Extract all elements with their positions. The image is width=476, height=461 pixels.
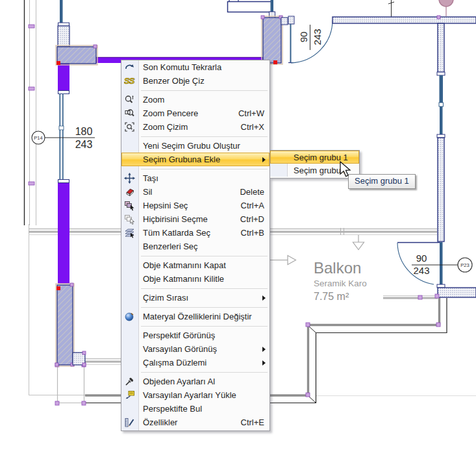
dimension-top-door: 90 243 <box>298 25 323 50</box>
menu-item-zoom-pencere[interactable]: Zoom Pencere Ctrl+W <box>121 106 269 120</box>
menu-separator <box>121 369 269 375</box>
redo-icon <box>124 62 135 73</box>
menu-item-hicbirisini-secme[interactable]: Hiçbirisini Seçme Ctrl+D <box>121 212 269 226</box>
menu-item-zoom-cizim[interactable]: Zoom Çizim Ctrl+X <box>121 120 269 134</box>
menu-item-tasi[interactable]: Taşı <box>121 171 269 185</box>
svg-text:P14: P14 <box>34 135 42 141</box>
svg-text:90: 90 <box>298 32 309 43</box>
zoom-window-icon <box>124 108 135 119</box>
svg-text:243: 243 <box>75 139 93 150</box>
menu-item-secim-grubuna-ekle[interactable]: Seçim Grubuna Ekle <box>121 153 269 166</box>
menu-item-hepsini-sec[interactable]: Hepsini Seç Ctrl+A <box>121 199 269 212</box>
svg-text:243: 243 <box>413 265 429 276</box>
menu-item-benzerleri-sec[interactable]: Benzerleri Seç <box>121 240 269 253</box>
menu-separator <box>121 305 269 310</box>
move-icon <box>124 173 135 184</box>
select-all-icon <box>124 200 135 211</box>
menu-separator <box>121 166 269 171</box>
menu-item-tum-katlarda-sec[interactable]: Tüm Katlarda Seç Ctrl+B <box>121 226 269 240</box>
witness-line <box>388 0 394 18</box>
menu-item-varsayilan-gorunus[interactable]: Varsayılan Görünüş <box>121 342 269 356</box>
bottom-left-bay[interactable] <box>55 363 86 405</box>
properties-icon <box>124 417 135 428</box>
menu-separator <box>121 134 269 139</box>
menu-separator <box>121 253 269 258</box>
svg-text:7.75 m²: 7.75 m² <box>314 291 349 302</box>
submenu-arrow-icon <box>262 157 266 162</box>
window-right[interactable] <box>437 72 445 242</box>
mouse-cursor-icon <box>340 161 354 179</box>
zoom-drawing-icon <box>124 121 135 132</box>
arrow-down-icon <box>353 242 364 250</box>
submenu-arrow-icon <box>262 347 266 352</box>
wall-top-right[interactable] <box>332 0 476 72</box>
context-menu: Son Komutu Tekrarla SS Benzer Obje Çiz Z… <box>121 60 270 431</box>
dimension-right-door: 90 243 <box>413 253 429 276</box>
submenu-arrow-icon <box>262 360 266 366</box>
column-top-center[interactable] <box>261 16 288 64</box>
menu-item-benzer-obje-ciz[interactable]: SS Benzer Obje Çiz <box>121 74 269 88</box>
svg-text:SS: SS <box>124 76 135 86</box>
zoom-icon <box>124 94 135 105</box>
svg-text:180: 180 <box>75 126 93 137</box>
svg-text:243: 243 <box>312 29 323 45</box>
room-label: Balkon Seramik Karo 7.75 m² <box>314 259 367 302</box>
menu-item-zoom[interactable]: Zoom <box>121 93 269 106</box>
arrow-right-icon <box>288 256 296 265</box>
menu-item-calisma-duzlemi[interactable]: Çalışma Düzlemi <box>121 356 269 369</box>
submenu-arrow-icon <box>262 295 266 301</box>
menu-item-obje-katmanini-kapat[interactable]: Obje Katmanını Kapat <box>121 258 269 272</box>
material-sphere-icon <box>124 311 135 322</box>
top-left-wall[interactable] <box>58 0 69 47</box>
eyedropper-icon <box>124 376 135 387</box>
draw-similar-icon: SS <box>124 75 135 86</box>
menu-item-obje-katmanini-kilitle[interactable]: Obje Katmanını Kilitle <box>121 272 269 286</box>
select-all-floors-icon <box>124 227 135 238</box>
left-boundary-lines <box>25 0 36 395</box>
menu-item-objeden-ayarlari-al[interactable]: Objeden Ayarları Al <box>121 375 269 388</box>
svg-text:Balkon: Balkon <box>314 259 361 277</box>
menu-item-materyal-ozelliklerini-degistir[interactable]: Materyal Özelliklerini Değiştir <box>121 310 269 323</box>
menu-separator <box>121 323 269 329</box>
svg-text:Seramik Karo: Seramik Karo <box>314 279 367 288</box>
menu-item-cizim-sirasi[interactable]: Çizim Sırası <box>121 291 269 305</box>
eraser-icon <box>124 186 135 197</box>
tooltip: Seçim grubu 1 <box>348 174 416 189</box>
menu-item-yeni-secim-grubu-olustur[interactable]: Yeni Seçim Grubu Oluştur <box>121 139 269 153</box>
menu-item-ozellikler[interactable]: Özellikler Ctrl+E <box>121 416 269 429</box>
menu-item-perspektifte-bul[interactable]: Perspektifte Bul <box>121 402 269 416</box>
load-defaults-icon <box>124 390 135 401</box>
plant-symbol[interactable] <box>439 0 453 6</box>
column-bottom-left[interactable] <box>55 283 86 366</box>
window-left[interactable] <box>58 91 69 183</box>
svg-text:P23: P23 <box>460 262 469 268</box>
menu-item-varsayilan-ayarlari-yukle[interactable]: Varsayılan Ayarları Yükle <box>121 388 269 402</box>
select-none-icon <box>124 214 135 225</box>
menu-item-perspektif-gorunus[interactable]: Perspektif Görünüş <box>121 329 269 342</box>
menu-item-son-komutu-tekrarla[interactable]: Son Komutu Tekrarla <box>121 60 269 74</box>
menu-separator <box>121 88 269 93</box>
svg-text:90: 90 <box>416 253 427 264</box>
menu-separator <box>121 286 269 291</box>
menu-item-sil[interactable]: Sil Delete <box>121 185 269 199</box>
column-top-left[interactable] <box>56 45 97 65</box>
cad-application-viewport: { "plan": { "room": { "name": "Balkon", … <box>0 0 476 461</box>
